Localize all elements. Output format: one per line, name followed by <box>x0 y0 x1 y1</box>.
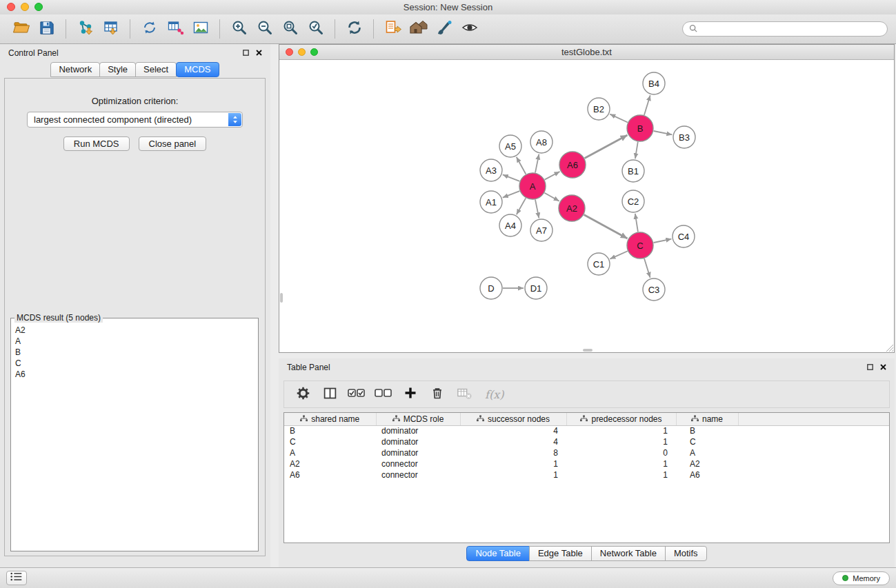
column-header-shared-name[interactable]: shared name <box>284 413 376 425</box>
graph-edge-C-C2[interactable] <box>635 214 638 232</box>
tab-select[interactable]: Select <box>135 62 177 77</box>
tab-network-table[interactable]: Network Table <box>591 546 666 561</box>
zoom-selected-button[interactable] <box>303 17 328 41</box>
zoom-out-button[interactable] <box>252 17 277 41</box>
close-panel-icon[interactable] <box>256 48 262 58</box>
horizontal-scrollbar[interactable] <box>583 349 593 352</box>
graph-edge-C-C4[interactable] <box>654 239 672 243</box>
close-window-icon[interactable] <box>7 3 15 11</box>
tab-motifs[interactable]: Motifs <box>665 546 707 561</box>
status-bar: Memory <box>0 567 896 588</box>
network-graph[interactable]: B4B2BB3A5A8A6A3B1AA1C2A2A4A7C4CC1C3DD1 <box>279 60 894 352</box>
first-neighbors-button[interactable] <box>380 17 406 41</box>
zoom-fit-button[interactable] <box>277 17 303 41</box>
unselect-all-columns-button[interactable] <box>375 385 392 403</box>
column-header-predecessor-nodes[interactable]: predecessor nodes <box>566 413 676 425</box>
column-header-successor-nodes[interactable]: successor nodes <box>460 413 566 425</box>
mcds-result-box: MCDS result (5 nodes) A2ABCA6 <box>10 313 259 551</box>
add-column-button[interactable] <box>401 385 419 403</box>
graph-edge-A6-B[interactable] <box>585 135 628 159</box>
function-builder-button[interactable]: f(x) <box>485 388 504 401</box>
toolbar-search[interactable] <box>682 21 888 37</box>
table-row[interactable]: A6connector11A6 <box>284 469 889 480</box>
export-network-button[interactable] <box>137 17 162 41</box>
import-network-button[interactable] <box>72 17 98 41</box>
table-row[interactable]: Bdominator41B <box>284 425 889 436</box>
search-input[interactable] <box>701 24 881 34</box>
table-panel: Table Panel f(x) shared nameMCDS rolesuc… <box>279 358 895 567</box>
show-columns-button[interactable] <box>321 385 339 403</box>
network-close-icon[interactable] <box>286 48 293 56</box>
graph-node-label-B1: B1 <box>628 166 639 176</box>
tab-edge-table[interactable]: Edge Table <box>529 546 592 561</box>
optimization-select[interactable]: largest connected component (directed) <box>27 112 243 128</box>
resize-grip-icon[interactable] <box>885 343 893 352</box>
memory-button[interactable]: Memory <box>833 571 890 585</box>
tab-node-table[interactable]: Node Table <box>466 546 530 561</box>
show-panels-button[interactable] <box>6 571 27 585</box>
mcds-result-item[interactable]: A2 <box>15 325 254 336</box>
table-row[interactable]: Cdominator41C <box>284 436 889 447</box>
save-session-button[interactable] <box>34 17 59 41</box>
column-header-MCDS-role[interactable]: MCDS role <box>376 413 460 425</box>
graph-edge-A-A5[interactable] <box>517 157 526 174</box>
floppy-disk-icon <box>38 19 55 39</box>
zoom-in-button[interactable] <box>226 17 252 41</box>
network-minimize-icon[interactable] <box>298 48 306 56</box>
import-network-icon <box>77 19 94 39</box>
columns-icon <box>323 386 337 403</box>
open-session-button[interactable] <box>8 17 34 41</box>
mcds-result-item[interactable]: C <box>15 358 254 369</box>
refresh-layout-button[interactable] <box>341 17 367 41</box>
graph-edge-B-B3[interactable] <box>654 131 673 134</box>
mcds-result-item[interactable]: B <box>15 347 254 358</box>
graph-edge-A-A4[interactable] <box>517 198 526 214</box>
table-settings-button[interactable] <box>294 385 312 403</box>
graph-edge-C-C1[interactable] <box>610 251 627 258</box>
network-canvas[interactable]: B4B2BB3A5A8A6A3B1AA1C2A2A4A7C4CC1C3DD1 <box>279 60 894 352</box>
float-panel-icon[interactable] <box>867 363 873 372</box>
search-icon <box>689 23 697 35</box>
select-all-columns-button[interactable] <box>348 385 366 403</box>
mcds-result-item[interactable]: A <box>15 336 254 347</box>
minimize-window-icon[interactable] <box>21 3 29 11</box>
column-header-name[interactable]: name <box>676 413 738 425</box>
graph-edge-A-A1[interactable] <box>503 191 520 197</box>
table-row[interactable]: Adominator80A <box>284 447 889 458</box>
import-table-button[interactable] <box>98 17 123 41</box>
tab-mcds[interactable]: MCDS <box>176 62 219 77</box>
float-panel-icon[interactable] <box>243 48 249 58</box>
table-cell: C <box>284 436 376 447</box>
graph-edge-B-B1[interactable] <box>635 142 638 159</box>
tab-style[interactable]: Style <box>99 62 136 77</box>
style-brush-button[interactable] <box>431 17 457 41</box>
graph-edge-B-B2[interactable] <box>610 114 628 123</box>
graph-edge-A-A3[interactable] <box>503 174 520 181</box>
graph-edge-A-A8[interactable] <box>535 154 539 173</box>
zoom-in-icon <box>230 19 248 39</box>
graph-node-label-A8: A8 <box>536 137 547 148</box>
graph-edge-A2-C[interactable] <box>584 215 628 239</box>
export-image-button[interactable] <box>188 17 213 41</box>
graph-edge-A-A6[interactable] <box>545 172 560 180</box>
graph-edge-A-A2[interactable] <box>544 193 559 201</box>
delete-column-button[interactable] <box>428 385 446 403</box>
export-table-button[interactable] <box>162 17 188 41</box>
network-window-titlebar[interactable]: testGlobe.txt <box>279 45 894 60</box>
zoom-window-icon[interactable] <box>34 3 43 11</box>
show-all-button[interactable] <box>406 17 431 41</box>
graph-edge-B-B4[interactable] <box>644 95 650 115</box>
close-panel-button[interactable]: Close panel <box>139 136 207 151</box>
close-panel-icon[interactable] <box>880 363 886 372</box>
delete-table-button[interactable] <box>455 385 473 403</box>
run-mcds-button[interactable]: Run MCDS <box>63 136 130 151</box>
memory-label: Memory <box>853 574 880 582</box>
network-zoom-icon[interactable] <box>310 48 318 56</box>
tab-network[interactable]: Network <box>50 62 100 77</box>
vertical-scrollbar[interactable] <box>280 293 283 303</box>
table-row[interactable]: A2connector11A2 <box>284 458 889 469</box>
toggle-view-button[interactable] <box>457 17 482 41</box>
graph-edge-A-A7[interactable] <box>535 200 539 219</box>
graph-edge-C-C3[interactable] <box>644 258 650 278</box>
mcds-result-item[interactable]: A6 <box>15 369 254 380</box>
